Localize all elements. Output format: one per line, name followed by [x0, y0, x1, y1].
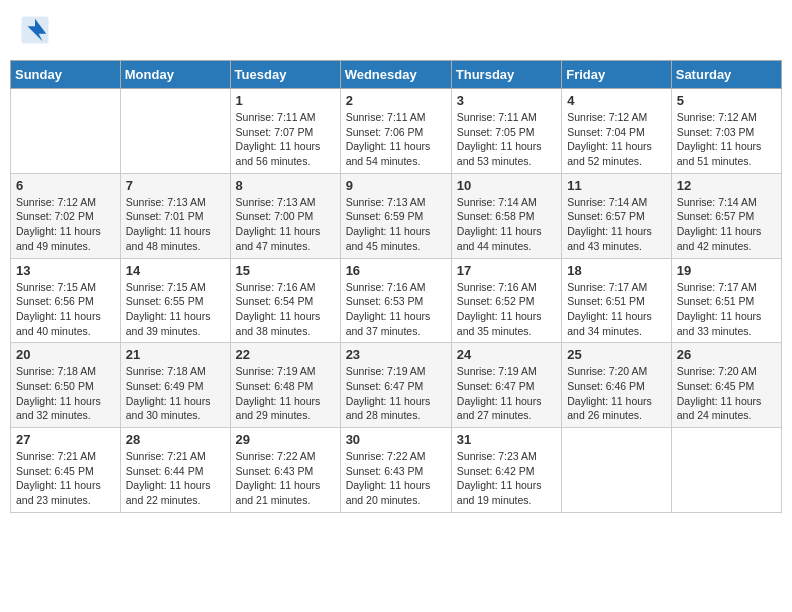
day-number: 9 [346, 178, 446, 193]
logo [20, 15, 52, 45]
calendar-cell: 2Sunrise: 7:11 AM Sunset: 7:06 PM Daylig… [340, 89, 451, 174]
calendar-cell: 12Sunrise: 7:14 AM Sunset: 6:57 PM Dayli… [671, 173, 781, 258]
day-number: 28 [126, 432, 225, 447]
calendar-cell: 29Sunrise: 7:22 AM Sunset: 6:43 PM Dayli… [230, 428, 340, 513]
day-number: 3 [457, 93, 556, 108]
day-info: Sunrise: 7:14 AM Sunset: 6:58 PM Dayligh… [457, 195, 556, 254]
day-info: Sunrise: 7:20 AM Sunset: 6:45 PM Dayligh… [677, 364, 776, 423]
day-number: 16 [346, 263, 446, 278]
day-number: 10 [457, 178, 556, 193]
calendar-cell: 13Sunrise: 7:15 AM Sunset: 6:56 PM Dayli… [11, 258, 121, 343]
calendar-cell: 27Sunrise: 7:21 AM Sunset: 6:45 PM Dayli… [11, 428, 121, 513]
day-info: Sunrise: 7:17 AM Sunset: 6:51 PM Dayligh… [567, 280, 666, 339]
calendar-cell: 23Sunrise: 7:19 AM Sunset: 6:47 PM Dayli… [340, 343, 451, 428]
calendar-cell: 8Sunrise: 7:13 AM Sunset: 7:00 PM Daylig… [230, 173, 340, 258]
calendar-cell [671, 428, 781, 513]
day-info: Sunrise: 7:19 AM Sunset: 6:47 PM Dayligh… [346, 364, 446, 423]
day-info: Sunrise: 7:19 AM Sunset: 6:48 PM Dayligh… [236, 364, 335, 423]
day-header-friday: Friday [562, 61, 672, 89]
calendar-cell: 22Sunrise: 7:19 AM Sunset: 6:48 PM Dayli… [230, 343, 340, 428]
day-number: 27 [16, 432, 115, 447]
day-info: Sunrise: 7:13 AM Sunset: 7:01 PM Dayligh… [126, 195, 225, 254]
day-info: Sunrise: 7:13 AM Sunset: 6:59 PM Dayligh… [346, 195, 446, 254]
day-header-saturday: Saturday [671, 61, 781, 89]
day-number: 31 [457, 432, 556, 447]
day-info: Sunrise: 7:22 AM Sunset: 6:43 PM Dayligh… [236, 449, 335, 508]
day-number: 29 [236, 432, 335, 447]
day-info: Sunrise: 7:19 AM Sunset: 6:47 PM Dayligh… [457, 364, 556, 423]
day-number: 8 [236, 178, 335, 193]
calendar-cell: 18Sunrise: 7:17 AM Sunset: 6:51 PM Dayli… [562, 258, 672, 343]
day-number: 7 [126, 178, 225, 193]
day-number: 17 [457, 263, 556, 278]
calendar-cell: 1Sunrise: 7:11 AM Sunset: 7:07 PM Daylig… [230, 89, 340, 174]
day-header-tuesday: Tuesday [230, 61, 340, 89]
calendar-week-2: 6Sunrise: 7:12 AM Sunset: 7:02 PM Daylig… [11, 173, 782, 258]
day-info: Sunrise: 7:14 AM Sunset: 6:57 PM Dayligh… [567, 195, 666, 254]
day-number: 11 [567, 178, 666, 193]
calendar-cell: 24Sunrise: 7:19 AM Sunset: 6:47 PM Dayli… [451, 343, 561, 428]
calendar-week-5: 27Sunrise: 7:21 AM Sunset: 6:45 PM Dayli… [11, 428, 782, 513]
day-number: 2 [346, 93, 446, 108]
calendar-cell: 7Sunrise: 7:13 AM Sunset: 7:01 PM Daylig… [120, 173, 230, 258]
day-number: 14 [126, 263, 225, 278]
calendar-cell: 14Sunrise: 7:15 AM Sunset: 6:55 PM Dayli… [120, 258, 230, 343]
calendar-cell: 4Sunrise: 7:12 AM Sunset: 7:04 PM Daylig… [562, 89, 672, 174]
calendar-cell: 11Sunrise: 7:14 AM Sunset: 6:57 PM Dayli… [562, 173, 672, 258]
calendar-cell: 19Sunrise: 7:17 AM Sunset: 6:51 PM Dayli… [671, 258, 781, 343]
calendar-week-4: 20Sunrise: 7:18 AM Sunset: 6:50 PM Dayli… [11, 343, 782, 428]
calendar-cell: 31Sunrise: 7:23 AM Sunset: 6:42 PM Dayli… [451, 428, 561, 513]
calendar-cell [562, 428, 672, 513]
day-info: Sunrise: 7:20 AM Sunset: 6:46 PM Dayligh… [567, 364, 666, 423]
calendar-cell: 5Sunrise: 7:12 AM Sunset: 7:03 PM Daylig… [671, 89, 781, 174]
day-number: 20 [16, 347, 115, 362]
calendar-cell: 10Sunrise: 7:14 AM Sunset: 6:58 PM Dayli… [451, 173, 561, 258]
day-info: Sunrise: 7:18 AM Sunset: 6:49 PM Dayligh… [126, 364, 225, 423]
day-number: 4 [567, 93, 666, 108]
day-number: 12 [677, 178, 776, 193]
day-info: Sunrise: 7:16 AM Sunset: 6:53 PM Dayligh… [346, 280, 446, 339]
calendar-header-row: SundayMondayTuesdayWednesdayThursdayFrid… [11, 61, 782, 89]
calendar-cell: 9Sunrise: 7:13 AM Sunset: 6:59 PM Daylig… [340, 173, 451, 258]
day-header-wednesday: Wednesday [340, 61, 451, 89]
day-number: 1 [236, 93, 335, 108]
day-info: Sunrise: 7:17 AM Sunset: 6:51 PM Dayligh… [677, 280, 776, 339]
day-number: 23 [346, 347, 446, 362]
day-number: 24 [457, 347, 556, 362]
day-info: Sunrise: 7:23 AM Sunset: 6:42 PM Dayligh… [457, 449, 556, 508]
day-header-monday: Monday [120, 61, 230, 89]
day-info: Sunrise: 7:15 AM Sunset: 6:56 PM Dayligh… [16, 280, 115, 339]
day-info: Sunrise: 7:16 AM Sunset: 6:52 PM Dayligh… [457, 280, 556, 339]
calendar-cell: 21Sunrise: 7:18 AM Sunset: 6:49 PM Dayli… [120, 343, 230, 428]
day-number: 18 [567, 263, 666, 278]
logo-icon [20, 15, 50, 45]
day-info: Sunrise: 7:11 AM Sunset: 7:07 PM Dayligh… [236, 110, 335, 169]
calendar-week-3: 13Sunrise: 7:15 AM Sunset: 6:56 PM Dayli… [11, 258, 782, 343]
day-info: Sunrise: 7:21 AM Sunset: 6:44 PM Dayligh… [126, 449, 225, 508]
calendar-cell: 28Sunrise: 7:21 AM Sunset: 6:44 PM Dayli… [120, 428, 230, 513]
day-info: Sunrise: 7:14 AM Sunset: 6:57 PM Dayligh… [677, 195, 776, 254]
day-header-sunday: Sunday [11, 61, 121, 89]
day-number: 6 [16, 178, 115, 193]
day-header-thursday: Thursday [451, 61, 561, 89]
calendar-cell: 20Sunrise: 7:18 AM Sunset: 6:50 PM Dayli… [11, 343, 121, 428]
calendar-cell: 15Sunrise: 7:16 AM Sunset: 6:54 PM Dayli… [230, 258, 340, 343]
calendar-cell: 30Sunrise: 7:22 AM Sunset: 6:43 PM Dayli… [340, 428, 451, 513]
day-info: Sunrise: 7:11 AM Sunset: 7:06 PM Dayligh… [346, 110, 446, 169]
calendar-cell [11, 89, 121, 174]
day-info: Sunrise: 7:15 AM Sunset: 6:55 PM Dayligh… [126, 280, 225, 339]
day-number: 21 [126, 347, 225, 362]
calendar-cell: 3Sunrise: 7:11 AM Sunset: 7:05 PM Daylig… [451, 89, 561, 174]
day-info: Sunrise: 7:12 AM Sunset: 7:03 PM Dayligh… [677, 110, 776, 169]
day-info: Sunrise: 7:12 AM Sunset: 7:04 PM Dayligh… [567, 110, 666, 169]
day-number: 30 [346, 432, 446, 447]
page-header [10, 10, 782, 50]
day-number: 22 [236, 347, 335, 362]
day-info: Sunrise: 7:21 AM Sunset: 6:45 PM Dayligh… [16, 449, 115, 508]
calendar-cell: 26Sunrise: 7:20 AM Sunset: 6:45 PM Dayli… [671, 343, 781, 428]
day-number: 26 [677, 347, 776, 362]
calendar-cell [120, 89, 230, 174]
calendar-week-1: 1Sunrise: 7:11 AM Sunset: 7:07 PM Daylig… [11, 89, 782, 174]
day-info: Sunrise: 7:11 AM Sunset: 7:05 PM Dayligh… [457, 110, 556, 169]
day-number: 19 [677, 263, 776, 278]
